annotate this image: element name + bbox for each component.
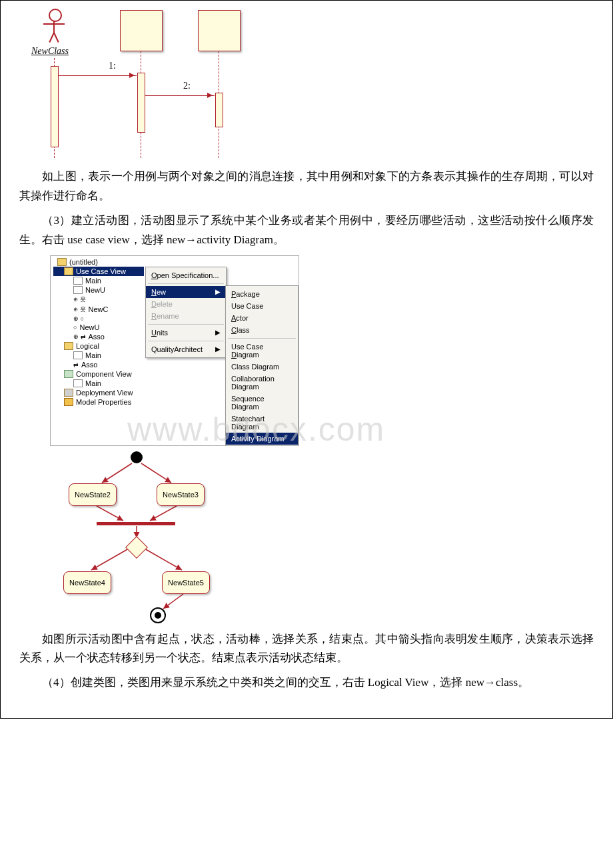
tree-item[interactable]: ⊕ 옷 [53,295,144,305]
message-label-1: 1: [109,61,116,71]
state-node: NewState2 [69,483,117,506]
tree-item[interactable]: ○NewU [53,323,144,332]
menu-open-specification[interactable]: OOpen Specification...pen Specification.… [146,269,226,281]
actor-icon [49,9,62,22]
actor-label: NewClass [31,46,69,57]
state-node: NewState3 [157,483,205,506]
submenu-class-diagram[interactable]: Class Diagram [226,361,298,373]
menu-delete[interactable]: Delete [146,298,226,310]
object-box-2 [198,10,241,51]
tree-item[interactable]: Main [53,276,144,285]
menu-separator [148,283,224,284]
tree-component-view[interactable]: Component View [53,369,144,379]
tree-item[interactable]: NewU [53,285,144,295]
state-node: NewState5 [162,571,210,594]
message-arrow-1 [58,75,137,76]
paragraph-4: （4）创建类图，类图用来显示系统之中类和类之间的交互，右击 Logical Vi… [19,673,594,693]
activation-bar [215,93,223,127]
svg-line-7 [163,594,183,609]
submenu-class[interactable]: Class [226,324,298,336]
activation-bar [51,66,59,147]
menu-rename[interactable]: Rename [146,310,226,322]
page-container: NewClass 1: 2: 如上图，表示一个用例与两个对象之间的消息连接，其中… [0,0,613,719]
context-menu: OOpen Specification...pen Specification.… [145,267,227,358]
tree-model-properties[interactable]: Model Properties [53,397,144,407]
submenu-use-case[interactable]: Use Case [226,300,298,312]
svg-line-0 [102,463,132,483]
chevron-right-icon: ▶ [215,345,221,353]
submenu-collaboration-diagram[interactable]: Collaboration Diagram [226,373,298,393]
submenu-use-case-diagram[interactable]: Use Case Diagram [226,341,298,361]
chevron-right-icon: ▶ [215,288,221,295]
submenu-activity-diagram[interactable]: Activity Diagram [226,433,298,445]
synchronization-bar [97,522,175,525]
message-label-2: 2: [183,81,191,91]
tree-view: (untitled) Use Case View Main NewU ⊕ 옷 ⊕… [53,257,144,407]
tree-item[interactable]: ⊕ 옷NewC [53,305,144,315]
menu-units[interactable]: Units▶ [146,327,226,339]
activity-diagram-figure: NewState2 NewState3 NewState4 NewState5 [50,451,223,625]
tree-use-case-view[interactable]: Use Case View [53,267,144,276]
svg-line-2 [97,506,123,521]
message-arrow-2 [145,95,215,96]
state-node: NewState4 [63,571,111,594]
tree-item[interactable]: Main [53,351,144,360]
paragraph-3: 如图所示活动图中含有起点，状态，活动棒，选择关系，结束点。其中箭头指向表明发生顺… [19,630,594,669]
svg-line-5 [91,549,129,570]
svg-line-1 [141,463,171,483]
chevron-right-icon: ▶ [215,329,221,336]
menu-separator [148,341,224,341]
end-node-icon [150,607,166,623]
submenu-statechart-diagram[interactable]: Statechart Diagram [226,413,298,433]
menu-separator [228,338,296,339]
context-menu-screenshot: (untitled) Use Case View Main NewU ⊕ 옷 ⊕… [50,255,299,446]
paragraph-2: （3）建立活动图，活动图显示了系统中某个业务或者某个用例中，要经历哪些活动，这些… [19,211,594,250]
start-node-icon [131,451,143,463]
menu-new[interactable]: New▶ [146,286,226,298]
submenu-new: Package Use Case Actor Class Use Case Di… [225,285,299,446]
svg-line-3 [150,506,177,521]
tree-item[interactable]: ⇄Asso [53,360,144,369]
menu-separator [148,324,224,325]
submenu-sequence-diagram[interactable]: Sequence Diagram [226,393,298,413]
tree-root[interactable]: (untitled) [53,257,144,267]
activation-bar [137,73,145,133]
tree-deployment-view[interactable]: Deployment View [53,388,144,397]
tree-item[interactable]: ⊕ ○ [53,315,144,323]
object-box-1 [120,10,163,51]
tree-item[interactable]: Main [53,379,144,388]
svg-line-6 [145,549,182,570]
submenu-package[interactable]: Package [226,288,298,300]
submenu-actor[interactable]: Actor [226,312,298,324]
sequence-diagram-figure: NewClass 1: 2: [23,9,250,162]
paragraph-1: 如上图，表示一个用例与两个对象之间的消息连接，其中用例和对象下的方条表示其操作的… [19,167,594,206]
tree-logical-view[interactable]: Logical [53,341,144,351]
menu-quality-architect[interactable]: QualityArchitect▶ [146,343,226,355]
tree-item[interactable]: ⊕ ⇄Asso [53,332,144,341]
